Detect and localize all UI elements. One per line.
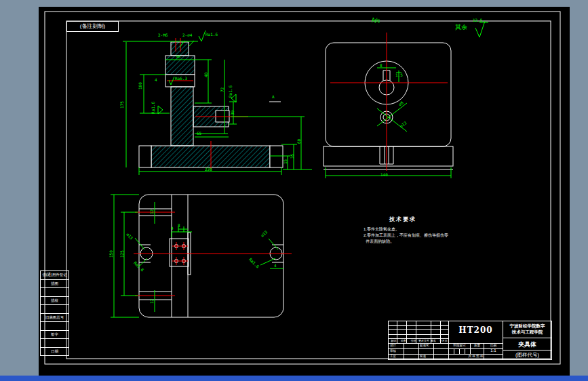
dim-label: 100 [138, 82, 142, 89]
revision-header-label: 处数 [399, 338, 409, 343]
revision-header-row: 标记处数分区更改文件号签名年月日 [389, 338, 448, 343]
role-process: 工艺 [390, 354, 396, 359]
dim-label: Ra1.6 [205, 32, 218, 37]
stage-mark-header: 阶段标记 [449, 344, 470, 347]
revision-header-label: 签名 [429, 338, 439, 343]
dim-label: 4 [155, 77, 157, 82]
registration-row [41, 305, 68, 314]
revision-header-label: 更改文件号 [418, 338, 429, 343]
revision-header-label: 年月日 [438, 338, 448, 343]
organization-name: 宁波财经学院数字 技术与工程学院 [503, 323, 551, 335]
dim-label: 4 [274, 263, 277, 268]
registration-block: 借(通)用件登记描图描校旧底图总号签字日期 [40, 270, 69, 356]
registration-row: 旧底图总号 [41, 314, 68, 323]
role-approve: 批准 [420, 354, 426, 359]
dim-label: 12.5 [473, 18, 482, 22]
dim-label: 35 [290, 154, 294, 159]
dim-label: 1.5 [395, 73, 403, 77]
dim-label: Ra1.6 [228, 85, 233, 98]
cad-workspace: (备注刻制) 2-M62-∅4Ra1.6364Ra6.31004072Ra1.6… [0, 0, 588, 381]
sheet-count: 共 张 第 张 [449, 355, 503, 358]
dim-label: 150 [109, 250, 113, 258]
revision-header-label: 分区 [408, 338, 418, 343]
dim-label: A向 [372, 18, 380, 23]
dim-label: 12 [149, 209, 154, 214]
dim-label: 8 [380, 63, 383, 68]
dim-label: 2-∅4 [182, 33, 192, 37]
dim-label: 4 [171, 226, 174, 230]
dim-label: 60 [296, 139, 301, 144]
taskbar-strip [0, 376, 588, 381]
tech-req-line: 2.零件加工表面上，不应有划痕、擦伤等损伤零 [364, 233, 448, 239]
registration-row [41, 339, 68, 348]
side-view-a [324, 43, 453, 169]
technical-requirements: 技术要求 1.零件去除氧化皮。2.零件加工表面上，不应有划痕、擦伤等损伤零 件表… [364, 216, 448, 245]
sheet-frame [45, 12, 560, 364]
registration-row [41, 288, 68, 297]
registration-row: 日期 [41, 348, 68, 356]
dim-label: A [272, 94, 275, 99]
dim-label: 125 [119, 250, 124, 258]
dim-label: 230 [205, 167, 212, 172]
title-block: 标记处数分区更改文件号签名年月日 设计 标准化 审核 工艺 批准 HT200 阶… [388, 321, 552, 360]
material-label: HT200 [449, 325, 503, 335]
dim-label: 30 [230, 111, 235, 115]
tech-req-line: 1.零件去除氧化皮。 [364, 226, 448, 233]
registration-row: 签字 [41, 331, 68, 340]
dim-label: 2-M6 [158, 33, 168, 37]
tech-req-lines: 1.零件去除氧化皮。2.零件加工表面上，不应有划痕、擦伤等损伤零 件表面的缺陷。 [364, 226, 448, 245]
dim-label: Ra1.6 [151, 102, 155, 114]
registration-row: 借(通)用件登记 [41, 271, 68, 280]
registration-row: 描校 [41, 297, 68, 306]
dim-label: 65 [197, 131, 201, 136]
mass-header: 质量 [471, 344, 484, 347]
drawing-code: (图样代号) [503, 352, 551, 359]
tech-req-line: 件表面的缺陷。 [364, 239, 448, 245]
scale-value: 1:1 [484, 348, 503, 353]
organization-line2: 技术与工程学院 [503, 329, 551, 335]
role-standard: 标准化 [420, 343, 429, 348]
dim-label: 40 [203, 73, 208, 77]
registration-row: 描图 [41, 280, 68, 289]
revision-header-label: 标记 [389, 338, 399, 343]
dim-label: 72 [220, 87, 224, 92]
dim-label: 8 [178, 223, 180, 228]
scale-header: 比例 [484, 344, 503, 347]
organization-line1: 宁波财经学院数字 [503, 323, 551, 329]
dim-label: Ra6.3 [175, 76, 187, 81]
dim-label: 175 [119, 101, 124, 108]
dim-label: 其余 [455, 25, 467, 30]
dim-label: 12 [149, 299, 154, 304]
note-box: (备注刻制) [66, 21, 119, 32]
registration-row [41, 322, 68, 331]
tech-req-title: 技术要求 [389, 216, 448, 223]
plan-view [139, 195, 283, 317]
role-design: 设计 [390, 343, 396, 348]
part-name: 夹具体 [503, 340, 551, 349]
dim-label: 36 [176, 54, 180, 59]
role-check: 审核 [390, 348, 396, 354]
dim-label: 15 [283, 159, 288, 164]
dim-label: 140 [380, 172, 388, 177]
